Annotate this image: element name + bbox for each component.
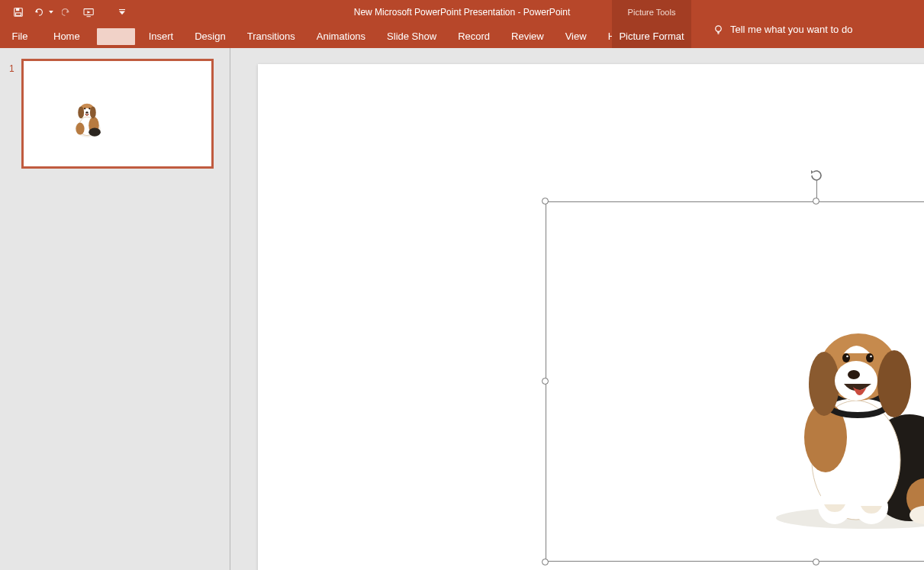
document-title: New Microsoft PowerPoint Presentation	[354, 7, 515, 18]
svg-point-23	[85, 111, 88, 113]
tab-home-label: Home	[53, 31, 80, 42]
tab-picture-format[interactable]: Picture Format	[612, 24, 691, 48]
start-from-beginning-icon[interactable]	[81, 5, 98, 20]
tab-animations-label: Animations	[317, 31, 365, 42]
tab-design[interactable]: Design	[184, 24, 236, 48]
svg-point-36	[866, 353, 874, 362]
tab-slide-show-label: Slide Show	[387, 31, 436, 42]
contextual-tab-picture-tools: Picture Tools	[612, 0, 691, 24]
tab-insert-label: Insert	[149, 31, 174, 42]
dog-image[interactable]	[765, 308, 924, 529]
svg-point-32	[809, 352, 839, 416]
svg-point-37	[846, 356, 848, 358]
dog-image-thumb	[65, 95, 109, 138]
svg-marker-8	[119, 11, 125, 14]
svg-point-16	[89, 128, 101, 137]
svg-marker-6	[87, 11, 90, 14]
tab-design-label: Design	[195, 31, 225, 42]
qat-customize-icon[interactable]	[114, 5, 130, 20]
tell-me[interactable]: Tell me what you want to do	[699, 24, 852, 35]
contextual-tab-label: Picture Tools	[628, 8, 676, 17]
svg-point-9	[716, 26, 722, 32]
svg-point-21	[84, 108, 85, 109]
lightbulb-icon	[713, 24, 724, 35]
svg-point-34	[835, 361, 877, 401]
svg-point-22	[89, 108, 90, 109]
slide-thumbnail-pane[interactable]: 1	[0, 48, 230, 570]
svg-marker-3	[49, 11, 53, 14]
svg-point-19	[78, 107, 84, 119]
svg-rect-1	[16, 8, 19, 11]
slide-thumbnail-1[interactable]	[22, 60, 213, 168]
svg-point-35	[842, 353, 850, 362]
slide-edit-pane[interactable]	[230, 48, 924, 570]
tab-file-label: File	[12, 31, 28, 42]
save-icon[interactable]	[11, 5, 26, 20]
svg-point-33	[877, 350, 911, 417]
tab-record-label: Record	[458, 31, 490, 42]
title-separator: -	[515, 7, 523, 18]
tab-file[interactable]: File	[0, 24, 40, 48]
window-title: New Microsoft PowerPoint Presentation - …	[0, 7, 924, 18]
redo-icon[interactable]	[60, 5, 75, 20]
tab-slide-show[interactable]: Slide Show	[376, 24, 447, 48]
svg-rect-7	[119, 9, 125, 10]
app-name: PowerPoint	[523, 7, 570, 18]
tab-record[interactable]: Record	[447, 24, 501, 48]
tab-transitions[interactable]: Transitions	[237, 24, 306, 48]
svg-rect-2	[16, 12, 21, 15]
quick-access-toolbar	[0, 0, 130, 24]
tell-me-placeholder: Tell me what you want to do	[730, 24, 852, 35]
svg-point-15	[76, 123, 84, 135]
svg-point-38	[870, 356, 872, 358]
tab-home[interactable]: Home	[40, 24, 94, 48]
tab-picture-format-label: Picture Format	[619, 31, 684, 42]
slide-number-1: 1	[9, 63, 14, 74]
svg-point-39	[848, 370, 860, 379]
tab-animations[interactable]: Animations	[306, 24, 376, 48]
tab-transitions-label: Transitions	[247, 31, 295, 42]
tab-review[interactable]: Review	[501, 24, 555, 48]
tab-view-label: View	[565, 31, 587, 42]
ribbon-tabs: File Home Insert Design Transitions Anim…	[0, 24, 924, 48]
work-area: 1	[0, 48, 924, 570]
tab-insert[interactable]: Insert	[138, 24, 185, 48]
tab-view[interactable]: View	[555, 24, 597, 48]
tab-unknown[interactable]	[97, 28, 135, 45]
ribbon: File Home Insert Design Transitions Anim…	[0, 24, 924, 48]
tab-review-label: Review	[511, 31, 544, 42]
title-bar: New Microsoft PowerPoint Presentation - …	[0, 0, 924, 24]
svg-point-20	[90, 107, 96, 119]
undo-icon[interactable]	[32, 5, 53, 20]
